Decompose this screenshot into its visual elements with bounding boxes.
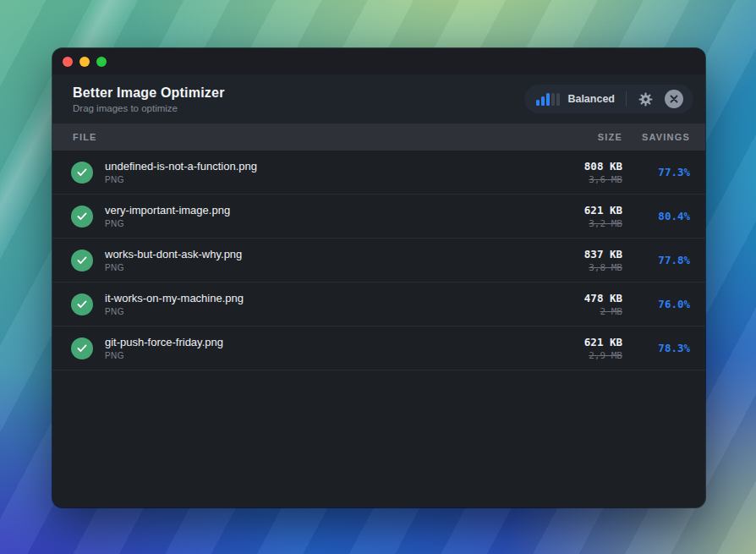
file-name: very-important-image.png [105,204,528,217]
file-row[interactable]: works-but-dont-ask-why.png PNG 837 KB 3,… [52,239,705,282]
file-name: works-but-dont-ask-why.png [105,248,528,261]
file-info: undefined-is-not-a-function.png PNG [105,160,528,184]
app-window: Better Image Optimizer Drag images to op… [52,48,705,507]
file-name: it-works-on-my-machine.png [105,292,528,304]
file-row[interactable]: it-works-on-my-machine.png PNG 478 KB 2 … [52,282,705,326]
file-format: PNG [105,307,528,316]
file-name: undefined-is-not-a-function.png [105,160,528,173]
savings-percent: 77.3% [622,166,690,178]
file-info: it-works-on-my-machine.png PNG [105,292,528,316]
original-size: 3,8 MB [528,262,622,273]
optimized-size: 478 KB [528,292,622,304]
optimization-mode-selector[interactable]: Balanced [536,93,615,106]
column-header-savings: SAVINGS [622,132,690,142]
mode-label: Balanced [567,93,615,105]
check-circle-icon [71,162,93,184]
savings-percent: 78.3% [622,342,690,354]
column-header-size: SIZE [528,132,622,142]
app-subtitle: Drag images to optimize [73,103,225,113]
close-window-button[interactable] [63,57,73,67]
check-circle-icon [71,293,93,315]
size-cell: 478 KB 2 MB [528,292,622,317]
app-header-text: Better Image Optimizer Drag images to op… [73,85,225,113]
app-header: Better Image Optimizer Drag images to op… [52,74,705,123]
gear-icon [638,91,654,107]
size-cell: 621 KB 3,2 MB [528,204,622,229]
file-info: git-push-force-friday.png PNG [105,336,528,360]
settings-button[interactable] [638,91,654,107]
size-cell: 808 KB 3,6 MB [528,160,622,185]
savings-percent: 76.0% [622,298,690,310]
toolbar-divider [626,91,627,107]
file-name: git-push-force-friday.png [105,336,528,348]
file-row[interactable]: git-push-force-friday.png PNG 621 KB 2,9… [52,326,705,370]
file-list: undefined-is-not-a-function.png PNG 808 … [52,151,705,507]
original-size: 2 MB [528,306,622,317]
file-info: works-but-dont-ask-why.png PNG [105,248,528,272]
original-size: 2,9 MB [528,350,622,361]
zoom-window-button[interactable] [96,57,107,67]
original-size: 3,6 MB [528,174,622,185]
savings-percent: 80.4% [622,210,690,222]
file-row[interactable]: very-important-image.png PNG 621 KB 3,2 … [52,195,705,239]
optimized-size: 621 KB [528,204,622,217]
file-format: PNG [105,219,528,228]
minimize-window-button[interactable] [79,57,90,67]
clear-list-button[interactable] [665,90,683,108]
file-row[interactable]: undefined-is-not-a-function.png PNG 808 … [52,151,705,195]
size-cell: 837 KB 3,8 MB [528,248,622,273]
table-header-row: FILE SIZE SAVINGS [52,123,705,151]
optimized-size: 837 KB [528,248,622,261]
desktop-wallpaper: Better Image Optimizer Drag images to op… [0,0,756,554]
check-circle-icon [71,206,93,228]
column-header-file: FILE [73,132,528,142]
check-circle-icon [71,250,93,272]
file-format: PNG [105,351,528,360]
file-format: PNG [105,263,528,272]
optimized-size: 621 KB [528,336,622,348]
optimized-size: 808 KB [528,160,622,173]
file-format: PNG [105,175,528,184]
circle-x-icon [665,90,683,108]
toolbar: Balanced [524,85,693,113]
check-circle-icon [71,337,93,359]
file-info: very-important-image.png PNG [105,204,528,228]
level-bars-icon [536,93,560,106]
window-titlebar [52,48,705,74]
original-size: 3,2 MB [528,218,622,229]
savings-percent: 77.8% [622,254,690,266]
app-title: Better Image Optimizer [73,85,225,101]
size-cell: 621 KB 2,9 MB [528,336,622,361]
